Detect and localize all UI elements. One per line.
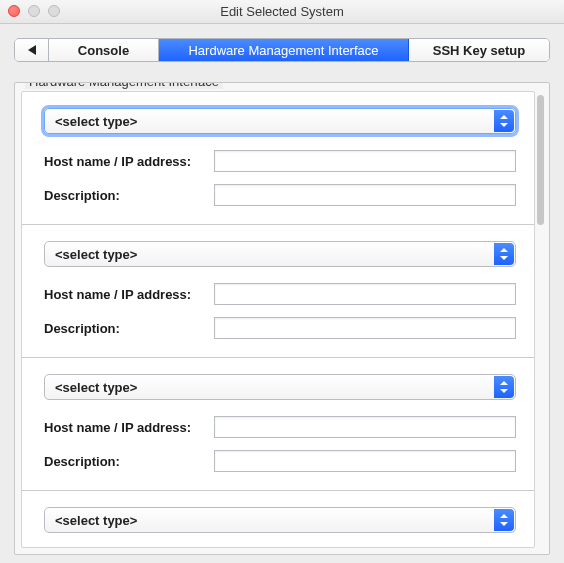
host-input[interactable] [214,416,516,438]
type-select[interactable]: <select type> [44,507,516,533]
host-input[interactable] [214,150,516,172]
description-input[interactable] [214,450,516,472]
description-label: Description: [44,188,214,203]
zoom-window-button[interactable] [48,5,60,17]
back-button[interactable] [15,39,49,61]
type-select[interactable]: <select type> [44,241,516,267]
scrollbar-thumb[interactable] [537,95,544,225]
back-triangle-icon [27,44,37,56]
description-input[interactable] [214,184,516,206]
hmi-entry: <select type> [22,491,534,548]
close-window-button[interactable] [8,5,20,17]
select-arrows-icon [494,376,514,398]
type-select-value: <select type> [55,380,137,395]
hmi-entry: <select type> Host name / IP address: De… [22,92,534,225]
svg-marker-8 [500,522,508,526]
tab-bar: Console Hardware Management Interface SS… [14,38,550,62]
svg-marker-5 [500,381,508,385]
svg-marker-1 [500,115,508,119]
svg-marker-2 [500,123,508,127]
select-arrows-icon [494,243,514,265]
minimize-window-button[interactable] [28,5,40,17]
host-label: Host name / IP address: [44,420,214,435]
hmi-entry: <select type> Host name / IP address: De… [22,225,534,358]
type-select-value: <select type> [55,513,137,528]
svg-marker-0 [28,45,36,55]
tab-ssh-key-setup[interactable]: SSH Key setup [409,39,549,61]
description-label: Description: [44,454,214,469]
hmi-list: <select type> Host name / IP address: De… [21,91,535,548]
description-label: Description: [44,321,214,336]
host-label: Host name / IP address: [44,154,214,169]
select-arrows-icon [494,110,514,132]
type-select-value: <select type> [55,114,137,129]
hmi-groupbox: Hardware Management Interface <select ty… [14,82,550,555]
type-select[interactable]: <select type> [44,108,516,134]
hmi-entry: <select type> Host name / IP address: De… [22,358,534,491]
window-titlebar: Edit Selected System [0,0,564,24]
host-label: Host name / IP address: [44,287,214,302]
host-input[interactable] [214,283,516,305]
description-input[interactable] [214,317,516,339]
svg-marker-7 [500,514,508,518]
select-arrows-icon [494,509,514,531]
svg-marker-3 [500,248,508,252]
type-select[interactable]: <select type> [44,374,516,400]
window-controls [8,5,60,17]
type-select-value: <select type> [55,247,137,262]
window-title: Edit Selected System [0,0,564,24]
svg-marker-6 [500,389,508,393]
tab-hardware-management-interface[interactable]: Hardware Management Interface [159,39,409,61]
tab-console[interactable]: Console [49,39,159,61]
svg-marker-4 [500,256,508,260]
groupbox-title: Hardware Management Interface [25,82,223,89]
